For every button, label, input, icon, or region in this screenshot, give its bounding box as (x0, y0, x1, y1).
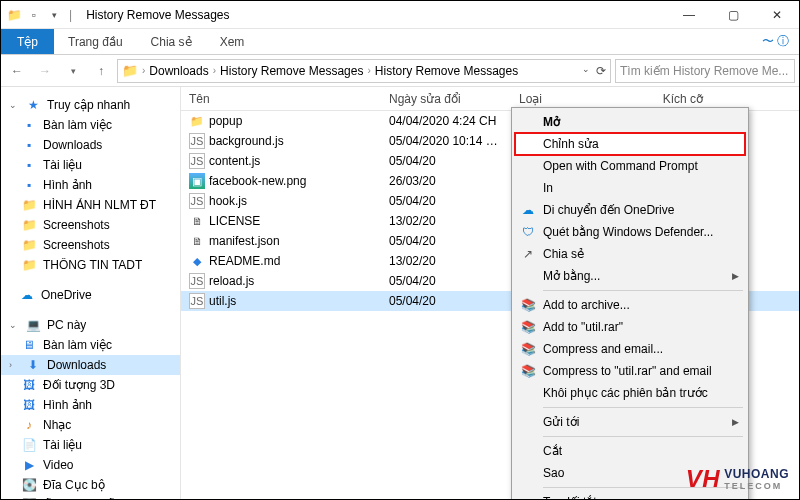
sidebar-item[interactable]: 🖼Hình ảnh (1, 395, 180, 415)
context-menu-item[interactable]: 📚Add to archive... (515, 294, 745, 316)
context-menu: MởChỉnh sửaOpen with Command PromptIn☁Di… (511, 107, 749, 500)
titlebar: 📁 ▫ ▾ | History Remove Messages — ▢ ✕ (1, 1, 799, 29)
tab-home[interactable]: Trang đầu (54, 29, 137, 54)
file-icon: 🗎 (189, 233, 205, 249)
file-name: popup (209, 114, 242, 128)
sidebar-item[interactable]: ▶Video (1, 455, 180, 475)
context-menu-item[interactable]: Mở (515, 111, 745, 133)
context-menu-separator (543, 436, 743, 437)
context-menu-item[interactable]: ☁Di chuyển đến OneDrive (515, 199, 745, 221)
context-menu-item[interactable]: Cắt (515, 440, 745, 462)
sidebar-this-pc[interactable]: ⌄ 💻 PC này (1, 315, 180, 335)
sidebar-icon: 💽 (21, 477, 37, 493)
sidebar-item[interactable]: ♪Nhạc (1, 415, 180, 435)
sidebar-item[interactable]: 📁Screenshots (1, 215, 180, 235)
sidebar-onedrive[interactable]: ☁ OneDrive (1, 285, 180, 305)
context-menu-item[interactable]: Mở bằng...▶ (515, 265, 745, 287)
file-icon: JS (189, 193, 205, 209)
chevron-right-icon[interactable]: › (142, 65, 145, 76)
maximize-button[interactable]: ▢ (711, 1, 755, 29)
sidebar-item[interactable]: 📄Tài liệu (1, 435, 180, 455)
file-date: 05/04/20 (381, 294, 511, 308)
sidebar-item[interactable]: ▪Tài liệu (1, 155, 180, 175)
file-icon: ◆ (189, 253, 205, 269)
breadcrumb-dropdown-icon[interactable]: ⌄ (582, 64, 590, 78)
ribbon-tabs: Tệp Trang đầu Chia sẻ Xem 〜 ⓘ (1, 29, 799, 55)
context-menu-item[interactable]: 📚Add to "util.rar" (515, 316, 745, 338)
navbar: ← → ▾ ↑ 📁 › Downloads › History Remove M… (1, 55, 799, 87)
sidebar-item[interactable]: ▪Hình ảnh (1, 175, 180, 195)
sidebar-item[interactable]: 💽Đĩa Cục bộ (1, 475, 180, 495)
sidebar-quick-access[interactable]: ⌄ ★ Truy cập nhanh (1, 95, 180, 115)
tab-view[interactable]: Xem (206, 29, 259, 54)
qat-dropdown-icon[interactable]: ▾ (45, 6, 63, 24)
context-menu-item[interactable]: Chỉnh sửa (515, 133, 745, 155)
context-menu-label: Gửi tới (543, 415, 579, 429)
breadcrumb-part[interactable]: History Remove Messages (375, 64, 518, 78)
context-menu-separator (543, 290, 743, 291)
sidebar-item[interactable]: 🖼Đối tượng 3D (1, 375, 180, 395)
breadcrumb[interactable]: 📁 › Downloads › History Remove Messages … (117, 59, 611, 83)
chevron-right-icon[interactable]: › (367, 65, 370, 76)
context-menu-label: Chỉnh sửa (543, 137, 599, 151)
sidebar-item[interactable]: ›⬇Downloads (1, 355, 180, 375)
context-menu-icon: 📚 (519, 318, 537, 336)
star-icon: ★ (25, 97, 41, 113)
breadcrumb-part[interactable]: Downloads (149, 64, 208, 78)
recent-dropdown[interactable]: ▾ (61, 59, 85, 83)
minimize-button[interactable]: — (667, 1, 711, 29)
column-date[interactable]: Ngày sửa đổi (381, 92, 511, 106)
column-type[interactable]: Loại (511, 92, 631, 106)
sidebar-item-label: Video (43, 458, 73, 472)
context-menu-item[interactable]: ↗Chia sẻ (515, 243, 745, 265)
sidebar-item-label: Hình ảnh (43, 398, 92, 412)
file-icon: JS (189, 273, 205, 289)
context-menu-item[interactable]: In (515, 177, 745, 199)
context-menu-item[interactable]: 📚Compress and email... (515, 338, 745, 360)
sidebar-item[interactable]: 💽Ổ Cục bộ - Ổ Chưa đ (1, 495, 180, 499)
sidebar-item[interactable]: ▪Bàn làm việc (1, 115, 180, 135)
chevron-down-icon[interactable]: ⌄ (9, 320, 19, 330)
file-icon: JS (189, 293, 205, 309)
column-size[interactable]: Kích cỡ (631, 92, 711, 106)
context-menu-item[interactable]: 📚Compress to "util.rar" and email (515, 360, 745, 382)
ribbon-help-icon[interactable]: 〜 ⓘ (752, 29, 799, 54)
qat-icon[interactable]: ▫ (25, 6, 43, 24)
sidebar-item[interactable]: 📁HÌNH ẢNH NLMT ĐT (1, 195, 180, 215)
context-menu-item[interactable]: Open with Command Prompt (515, 155, 745, 177)
tab-share[interactable]: Chia sẻ (137, 29, 206, 54)
chevron-right-icon[interactable]: › (213, 65, 216, 76)
sidebar-icon: 📁 (21, 197, 37, 213)
sidebar-item-label: Đối tượng 3D (43, 378, 115, 392)
chevron-down-icon[interactable]: ⌄ (9, 100, 19, 110)
search-input[interactable]: Tìm kiếm History Remove Me... (615, 59, 795, 83)
file-date: 13/02/20 (381, 254, 511, 268)
context-menu-item[interactable]: 🛡Quét bằng Windows Defender... (515, 221, 745, 243)
sidebar-icon: ▪ (21, 157, 37, 173)
column-name[interactable]: Tên (181, 92, 381, 106)
file-date: 04/04/2020 4:24 CH (381, 114, 511, 128)
refresh-icon[interactable]: ⟳ (596, 64, 606, 78)
sidebar-item-label: THÔNG TIN TADT (43, 258, 142, 272)
forward-button[interactable]: → (33, 59, 57, 83)
context-menu-item[interactable]: Khôi phục các phiên bản trước (515, 382, 745, 404)
sidebar-item[interactable]: 📁THÔNG TIN TADT (1, 255, 180, 275)
file-date: 05/04/2020 10:14 S... (381, 134, 511, 148)
context-menu-label: Sao (543, 466, 564, 480)
watermark-sub: TELECOM (724, 481, 789, 491)
tab-file[interactable]: Tệp (1, 29, 54, 54)
back-button[interactable]: ← (5, 59, 29, 83)
sidebar-item-label: Hình ảnh (43, 178, 92, 192)
file-name: facebook-new.png (209, 174, 306, 188)
context-menu-item[interactable]: Gửi tới▶ (515, 411, 745, 433)
sidebar-icon: 📄 (21, 437, 37, 453)
sidebar-item[interactable]: 🖥Bàn làm việc (1, 335, 180, 355)
chevron-right-icon[interactable]: › (9, 360, 19, 370)
sidebar-icon: 🖼 (21, 397, 37, 413)
sidebar-item[interactable]: 📁Screenshots (1, 235, 180, 255)
up-button[interactable]: ↑ (89, 59, 113, 83)
sidebar-item-label: Bàn làm việc (43, 338, 112, 352)
sidebar-item[interactable]: ▪Downloads (1, 135, 180, 155)
close-button[interactable]: ✕ (755, 1, 799, 29)
breadcrumb-part[interactable]: History Remove Messages (220, 64, 363, 78)
